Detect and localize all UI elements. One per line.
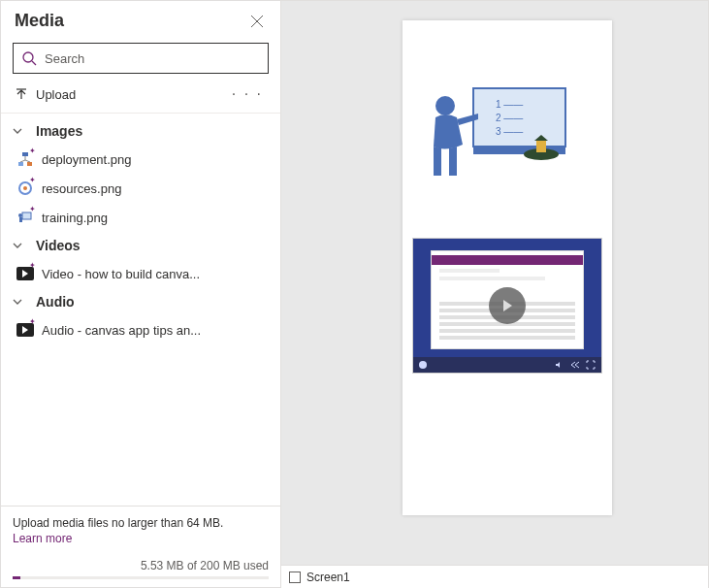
- svg-text:2 ——: 2 ——: [496, 113, 523, 123]
- video-control[interactable]: [412, 238, 602, 374]
- fullscreen-icon[interactable]: [586, 360, 596, 370]
- new-indicator-icon: ✦: [29, 261, 36, 270]
- media-panel-footer: Upload media files no larger than 64 MB.…: [1, 506, 280, 587]
- svg-rect-2: [18, 162, 23, 166]
- volume-icon[interactable]: [555, 360, 564, 370]
- storage-progress: [13, 576, 269, 579]
- training-illustration-icon: 1 —— 2 —— 3 ——: [420, 79, 575, 185]
- canvas-screen[interactable]: 1 —— 2 —— 3 ——: [403, 20, 612, 515]
- file-name: training.png: [42, 211, 108, 225]
- upload-label: Upload: [36, 87, 76, 102]
- new-indicator-icon: ✦: [29, 147, 36, 155]
- svg-point-14: [435, 96, 455, 115]
- file-name: resources.png: [42, 181, 121, 196]
- storage-progress-fill: [13, 576, 20, 579]
- group-audio[interactable]: Audio: [1, 288, 280, 315]
- image-thumb: ✦: [16, 150, 34, 168]
- file-item-audio[interactable]: ✦ Audio - canvas app tips an...: [1, 315, 280, 344]
- file-item-deployment[interactable]: ✦ deployment.png: [1, 145, 280, 174]
- file-item-training[interactable]: ✦ training.png: [1, 203, 280, 232]
- more-icon: · · ·: [232, 85, 263, 102]
- svg-text:3 ——: 3 ——: [496, 126, 523, 137]
- svg-rect-8: [19, 217, 22, 222]
- play-button[interactable]: [489, 287, 526, 324]
- canvas-area[interactable]: 1 —— 2 —— 3 ——: [281, 0, 709, 588]
- screen-label[interactable]: Screen1: [306, 571, 350, 584]
- media-panel: Media Search Upload · · · Images ✦ deplo…: [0, 0, 281, 588]
- screen-icon: [289, 572, 301, 583]
- group-label: Images: [36, 123, 82, 139]
- close-icon: [250, 15, 264, 28]
- screen-label-bar: Screen1: [281, 565, 708, 588]
- learn-more-link[interactable]: Learn more: [13, 532, 269, 545]
- search-icon: [21, 50, 37, 66]
- group-images[interactable]: Images: [1, 117, 280, 145]
- video-thumb: ✦: [16, 265, 34, 282]
- search-placeholder: Search: [45, 51, 84, 66]
- chevron-down-icon: [13, 297, 22, 307]
- close-button[interactable]: [247, 12, 267, 31]
- file-name: deployment.png: [42, 152, 132, 167]
- file-item-resources[interactable]: ✦ resources.png: [1, 174, 280, 203]
- audio-thumb: ✦: [16, 321, 34, 339]
- chevron-down-icon: [13, 241, 22, 250]
- svg-text:1 ——: 1 ——: [496, 99, 523, 110]
- skip-back-icon[interactable]: [570, 360, 580, 370]
- new-indicator-icon: ✦: [29, 176, 36, 184]
- video-controls[interactable]: [413, 357, 601, 373]
- image-thumb: ✦: [16, 209, 34, 226]
- svg-rect-16: [536, 141, 546, 152]
- upload-hint: Upload media files no larger than 64 MB.: [13, 516, 269, 530]
- file-item-video[interactable]: ✦ Video - how to build canva...: [1, 259, 280, 288]
- group-label: Audio: [36, 294, 75, 310]
- media-actions: Upload · · ·: [1, 82, 280, 113]
- image-control[interactable]: 1 —— 2 —— 3 ——: [420, 79, 575, 185]
- storage-usage: 5.53 MB of 200 MB used: [13, 559, 269, 572]
- media-tree: Images ✦ deployment.png ✦ resources.png …: [1, 113, 280, 506]
- svg-rect-3: [27, 162, 32, 166]
- svg-point-7: [18, 213, 22, 217]
- media-panel-header: Media: [1, 1, 280, 37]
- svg-point-5: [23, 186, 27, 190]
- svg-rect-6: [22, 212, 31, 219]
- video-position-indicator[interactable]: [419, 361, 427, 369]
- group-label: Videos: [36, 238, 81, 253]
- search-input[interactable]: Search: [13, 43, 269, 74]
- file-name: Video - how to build canva...: [42, 267, 200, 281]
- svg-rect-1: [22, 152, 28, 156]
- new-indicator-icon: ✦: [29, 317, 36, 326]
- media-panel-title: Media: [15, 11, 64, 31]
- group-videos[interactable]: Videos: [1, 232, 280, 259]
- upload-icon: [15, 87, 28, 101]
- svg-point-0: [23, 52, 33, 62]
- new-indicator-icon: ✦: [29, 205, 36, 213]
- play-icon: [500, 298, 515, 313]
- image-thumb: ✦: [16, 180, 34, 197]
- file-name: Audio - canvas app tips an...: [42, 323, 201, 338]
- upload-button[interactable]: Upload: [15, 87, 76, 102]
- more-button[interactable]: · · ·: [232, 85, 263, 103]
- chevron-down-icon: [13, 126, 22, 136]
